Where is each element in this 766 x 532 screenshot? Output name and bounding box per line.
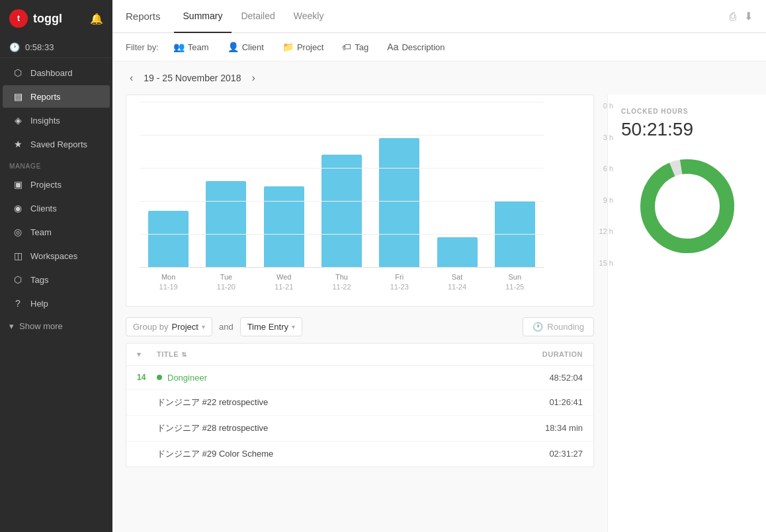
notification-bell-icon[interactable]: 🔔 — [90, 13, 103, 25]
print-icon[interactable]: ⎙ — [730, 11, 736, 22]
tab-detailed[interactable]: Detailed — [232, 0, 284, 33]
chevron-down-icon: ▾ — [9, 321, 14, 331]
time-entry-chevron-icon: ▾ — [292, 323, 295, 330]
gridline-9h — [140, 168, 544, 169]
team-filter-icon: 👥 — [173, 42, 185, 52]
download-icon[interactable]: ⬇ — [744, 10, 753, 22]
clocked-hours-value: 50:21:59 — [621, 119, 753, 140]
y-label-9h: 9 h — [587, 196, 613, 204]
bar-day-date: 11-22 — [332, 282, 351, 292]
table-row[interactable]: ドンジニア #22 retrospective01:26:41 — [126, 390, 593, 416]
y-label-3h: 3 h — [587, 133, 613, 141]
sidebar-item-dashboard[interactable]: ⬡ Dashboard — [3, 61, 110, 84]
prev-date-button[interactable]: ‹ — [126, 71, 137, 85]
timer-value: 0:58:33 — [25, 42, 54, 52]
group-by-label: Group by — [133, 322, 168, 332]
sidebar-item-help[interactable]: ? Help — [3, 292, 110, 315]
col-title-header: TITLE ⇅ — [157, 350, 503, 359]
bar-label-sun: Sun11-25 — [486, 272, 544, 293]
sidebar-item-label: Reports — [30, 92, 61, 102]
projects-icon: ▣ — [12, 179, 24, 190]
sidebar-item-clients[interactable]: ◉ Clients — [3, 197, 110, 219]
group-by-select[interactable]: Group by Project ▾ — [126, 317, 212, 336]
table-row[interactable]: ドンジニア #29 Color Scheme02:31:27 — [126, 441, 593, 467]
table-header-row: ▾ TITLE ⇅ DURATION — [126, 344, 593, 366]
gridline-3h — [140, 234, 544, 235]
chart-gridlines — [140, 102, 544, 267]
right-panel: CLOCKED HOURS 50:21:59 — [607, 95, 766, 532]
filter-team[interactable]: 👥 Team — [169, 40, 213, 54]
workspaces-icon: ◫ — [12, 250, 24, 261]
sidebar-item-label: Projects — [30, 180, 62, 190]
and-text: and — [219, 322, 234, 332]
filter-client[interactable]: 👤 Client — [224, 40, 268, 54]
col-toggle: ▾ — [137, 350, 157, 359]
sidebar-item-reports[interactable]: ▤ Reports — [3, 85, 110, 108]
sort-icon[interactable]: ⇅ — [181, 351, 187, 358]
filter-label: Filter by: — [126, 42, 159, 52]
filter-tag[interactable]: 🏷 Tag — [338, 40, 372, 54]
gridline-15h — [140, 102, 544, 102]
bar-day-name: Fri — [395, 272, 404, 282]
sidebar-item-saved-reports[interactable]: ★ Saved Reports — [3, 133, 110, 155]
sidebar-item-workspaces[interactable]: ◫ Workspaces — [3, 245, 110, 267]
bar-label-wed: Wed11-21 — [255, 272, 313, 293]
bar-label-sat: Sat11-24 — [428, 272, 486, 293]
gridline-6h — [140, 201, 544, 202]
filter-project[interactable]: 📁 Project — [278, 40, 327, 54]
bar-day-name: Sun — [509, 272, 522, 282]
sidebar-item-label: Tags — [30, 275, 48, 285]
y-label-6h: 6 h — [587, 165, 613, 172]
y-label-0h: 0 h — [587, 102, 613, 110]
main-content: Reports Summary Detailed Weekly ⎙ ⬇ Filt… — [112, 0, 766, 532]
insights-icon: ◈ — [12, 115, 24, 126]
timer-display: 🕐 0:58:33 — [0, 37, 112, 58]
filter-description[interactable]: Aa Description — [383, 40, 448, 54]
sidebar-item-insights[interactable]: ◈ Insights — [3, 109, 110, 132]
row-title: ドンジニア #28 retrospective — [157, 422, 503, 434]
rounding-button[interactable]: 🕐 Rounding — [523, 317, 594, 336]
tab-summary[interactable]: Summary — [174, 0, 232, 33]
table-row[interactable]: 14Dongineer48:52:04 — [126, 366, 593, 390]
col-duration-header: DURATION — [503, 350, 583, 359]
rounding-clock-icon: 🕐 — [532, 322, 543, 332]
next-date-button[interactable]: › — [247, 71, 259, 85]
sidebar-item-label: Insights — [30, 116, 60, 126]
sidebar-logo: t toggl 🔔 — [0, 0, 112, 37]
show-more-label: Show more — [19, 321, 63, 331]
show-more-button[interactable]: ▾ Show more — [0, 315, 112, 337]
sidebar-item-team[interactable]: ◎ Team — [3, 221, 110, 243]
bar-day-date: 11-20 — [217, 282, 235, 292]
gridline-12h — [140, 135, 544, 135]
bar-label-tue: Tue11-20 — [197, 272, 255, 293]
gridline-0h — [140, 267, 544, 268]
time-entry-value: Time Entry — [247, 322, 288, 332]
row-duration: 48:52:04 — [503, 373, 583, 383]
time-entry-select[interactable]: Time Entry ▾ — [240, 317, 302, 336]
bar-chart: 15 h 12 h 9 h 6 h 3 h 0 h Mon11-19Tue11-… — [126, 95, 594, 307]
saved-reports-icon: ★ — [12, 139, 24, 149]
sidebar-item-label: Saved Reports — [30, 139, 87, 149]
bar-day-date: 11-25 — [505, 282, 524, 292]
y-axis-labels: 15 h 12 h 9 h 6 h 3 h 0 h — [587, 102, 613, 267]
bar-day-name: Wed — [277, 272, 291, 282]
row-duration: 01:26:41 — [503, 397, 583, 407]
bar-label-mon: Mon11-19 — [140, 272, 197, 293]
sidebar-item-label: Clients — [30, 204, 57, 213]
tab-weekly[interactable]: Weekly — [284, 0, 333, 33]
sidebar-item-projects[interactable]: ▣ Projects — [3, 173, 110, 196]
description-filter-icon: Aa — [387, 42, 398, 52]
reports-icon: ▤ — [12, 91, 24, 102]
row-count: 14 — [137, 373, 157, 382]
tags-icon: ⬡ — [12, 274, 24, 285]
sidebar-item-tags[interactable]: ⬡ Tags — [3, 268, 110, 291]
y-label-12h: 12 h — [587, 227, 613, 235]
client-filter-icon: 👤 — [228, 42, 239, 52]
row-title: Dongineer — [157, 373, 503, 383]
report-tabs: Summary Detailed Weekly — [174, 0, 333, 33]
bar-day-name: Thu — [335, 272, 348, 282]
table-row[interactable]: ドンジニア #28 retrospective18:34 min — [126, 416, 593, 441]
timer-clock-icon: 🕐 — [9, 42, 20, 52]
project-title[interactable]: Dongineer — [167, 373, 207, 383]
bar-day-name: Mon — [161, 272, 175, 282]
